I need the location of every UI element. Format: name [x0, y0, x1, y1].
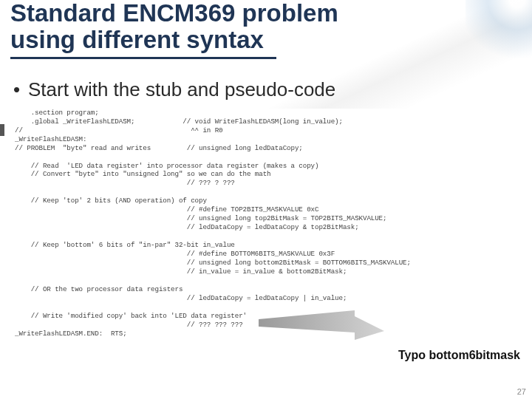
slide-number: 27	[517, 387, 526, 396]
typo-annotation: Typo bottom6bitmask	[398, 349, 520, 362]
svg-marker-0	[259, 310, 384, 340]
title-line-2: using different syntax	[10, 26, 264, 53]
assembly-pseudo-code: .section program; .global _WriteFlashLED…	[15, 109, 526, 338]
pointer-arrow-icon	[259, 310, 384, 340]
code-block-container: .section program; .global _WriteFlashLED…	[15, 109, 526, 338]
bullet-point-1: Start with the stub and pseudo-code	[0, 59, 532, 109]
left-margin-mark	[0, 124, 4, 136]
title-line-1: Standard ENCM369 problem	[10, 0, 338, 27]
slide-title: Standard ENCM369 problem using different…	[0, 0, 532, 54]
